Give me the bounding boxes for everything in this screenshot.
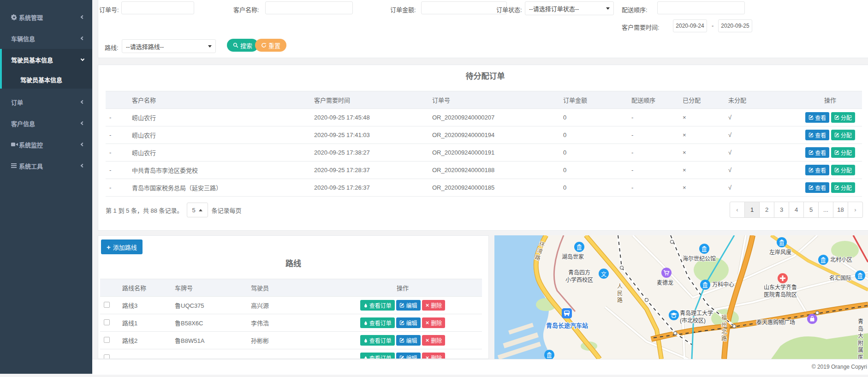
delivery-seq-input[interactable]	[657, 1, 745, 14]
view-order-button[interactable]: 查看	[805, 182, 829, 193]
route-checkbox[interactable]	[104, 354, 110, 359]
view-order-button[interactable]: 查看	[805, 147, 829, 158]
edit-route-button[interactable]: 编辑	[396, 300, 420, 311]
sidebar-item-system-monitor[interactable]: 系统监控	[0, 134, 92, 155]
map-canvas[interactable]: 文 湖岛世家 环湾路 青岛四方 小学西校区 人民路 麦德龙 海尔世纪公馆 左岸风…	[494, 235, 868, 359]
route-checkbox[interactable]	[104, 319, 110, 325]
pagination-prev[interactable]: ‹	[730, 202, 745, 218]
close-icon	[425, 303, 429, 307]
map-label: 山东大学齐鲁 医院青岛院区	[753, 284, 808, 299]
add-route-button[interactable]: + 添加路线	[101, 239, 143, 254]
routes-panel: + 添加路线 路线 路线名称 车牌号 驾驶员 操作 路线3 鲁UQC375 高兴…	[98, 235, 489, 359]
sidebar-item-label: 系统管理	[19, 13, 81, 22]
pagination-page-5[interactable]: 5	[803, 202, 819, 218]
amount-input[interactable]	[421, 1, 507, 14]
sidebar-subitem-driver-info[interactable]: 驾驶员基本信息	[2, 70, 92, 89]
sidebar-item-customer-info[interactable]: 客户信息	[0, 113, 92, 134]
sidebar-item-system-mgmt[interactable]: 系统管理	[0, 6, 92, 28]
row-expand-toggle[interactable]: -	[106, 144, 128, 162]
assign-order-button[interactable]: 分配	[831, 130, 855, 140]
order-status-select[interactable]: --请选择订单状态--	[525, 1, 614, 15]
delete-route-button[interactable]: 删除	[422, 317, 445, 328]
chevron-left-icon	[81, 15, 84, 19]
order-assigned: ×	[679, 109, 725, 126]
view-route-orders-button[interactable]: 查看订单	[360, 300, 395, 311]
view-route-orders-button[interactable]: 查看订单	[360, 353, 395, 359]
pagination-page-3[interactable]: 3	[774, 202, 789, 218]
map-road-label: 人民路	[615, 283, 623, 304]
sidebar-item-label: 驾驶员基本信息	[11, 55, 81, 64]
reset-button[interactable]: 重置	[255, 39, 286, 52]
pagination-page-2[interactable]: 2	[759, 202, 774, 218]
delivery-seq-label: 配送顺序:	[622, 5, 648, 14]
footer: © 2019 Orange Copyri	[92, 359, 868, 375]
route-checkbox[interactable]	[104, 337, 110, 343]
building-marker-icon	[818, 255, 828, 265]
order-time: 2020-09-25 17:41:03	[310, 126, 428, 144]
route-plate	[171, 349, 247, 359]
route-name: 路线1	[119, 314, 171, 332]
customer-name-input[interactable]	[265, 1, 353, 14]
map-base-layer	[494, 235, 868, 359]
order-assigned: ×	[679, 126, 725, 144]
order-no-input[interactable]	[121, 1, 194, 14]
sidebar-item-label: 订单	[11, 98, 81, 107]
route-select[interactable]: --请选择路线--	[122, 39, 216, 53]
view-route-orders-button[interactable]: 查看订单	[360, 317, 395, 328]
sidebar-item-driver-info[interactable]: 驾驶员基本信息	[2, 49, 92, 70]
page-size-select[interactable]: 5	[187, 203, 208, 217]
sidebar-item-orders[interactable]: 订单	[0, 91, 92, 113]
table-header-row: 路线名称 车牌号 驾驶员 操作	[100, 279, 482, 297]
building-marker-icon	[574, 242, 584, 252]
order-no: OR_202009240000207	[428, 109, 559, 126]
pagination-page-18[interactable]: 18	[833, 202, 848, 218]
map-label: 北村小区	[830, 257, 852, 264]
search-button[interactable]: 搜索	[227, 39, 258, 52]
edit-route-button[interactable]: 编辑	[396, 353, 420, 359]
route-label: 路线:	[105, 43, 119, 52]
view-order-button[interactable]: 查看	[805, 165, 829, 175]
col-order-no: 订单号	[428, 91, 559, 109]
order-assigned: ×	[679, 144, 725, 162]
assign-order-button[interactable]: 分配	[831, 112, 855, 123]
edit-icon	[399, 303, 404, 308]
delete-route-button[interactable]: 删除	[422, 353, 445, 359]
pagination-next[interactable]: ›	[848, 202, 863, 218]
col-customer: 客户名称	[128, 91, 310, 109]
tint-icon	[363, 355, 368, 359]
route-driver: 李伟浩	[247, 314, 323, 332]
sidebar-item-system-tools[interactable]: 系统工具	[0, 155, 92, 176]
view-order-button[interactable]: 查看	[805, 112, 829, 123]
date-to-input[interactable]: 2020-09-25	[718, 19, 752, 32]
delete-route-button[interactable]: 删除	[422, 300, 445, 311]
row-expand-toggle[interactable]: -	[106, 179, 128, 197]
row-expand-toggle[interactable]: -	[106, 162, 128, 179]
assign-order-button[interactable]: 分配	[831, 165, 855, 175]
col-plate: 车牌号	[171, 279, 247, 297]
assign-order-button[interactable]: 分配	[831, 182, 855, 193]
map-label: 湖岛世家	[562, 254, 584, 261]
row-expand-toggle[interactable]: -	[106, 109, 128, 126]
row-expand-toggle[interactable]: -	[106, 126, 128, 144]
copyright-text: © 2019 Orange Copyri	[812, 364, 867, 370]
order-row: - 青岛市国家税务总局（延安三路） 2020-09-25 17:26:37 OR…	[106, 179, 862, 197]
pagination-page-4[interactable]: 4	[789, 202, 804, 218]
delete-route-button[interactable]: 删除	[422, 335, 445, 346]
view-route-orders-button[interactable]: 查看订单	[360, 335, 395, 346]
assign-order-button[interactable]: 分配	[831, 147, 855, 158]
map-label: 青岛四方 小学西校区	[557, 269, 601, 284]
sidebar-item-vehicle-info[interactable]: 车辆信息	[0, 28, 92, 49]
edit-route-button[interactable]: 编辑	[396, 335, 420, 346]
order-assigned: ×	[679, 179, 725, 197]
edit-icon	[834, 150, 839, 155]
edit-icon	[809, 150, 814, 155]
date-from-input[interactable]: 2020-09-24	[673, 19, 707, 32]
col-seq: 配送顺序	[628, 91, 679, 109]
route-checkbox[interactable]	[104, 302, 110, 308]
pagination-ellipsis[interactable]: ...	[818, 202, 833, 218]
view-order-button[interactable]: 查看	[805, 130, 829, 140]
table-header-row: 客户名称 客户需要时间 订单号 订单金额 配送顺序 已分配 未分配 操作	[106, 91, 862, 109]
edit-route-button[interactable]: 编辑	[396, 317, 420, 328]
pagination-page-1[interactable]: 1	[744, 202, 760, 218]
order-assigned: ×	[679, 162, 725, 179]
